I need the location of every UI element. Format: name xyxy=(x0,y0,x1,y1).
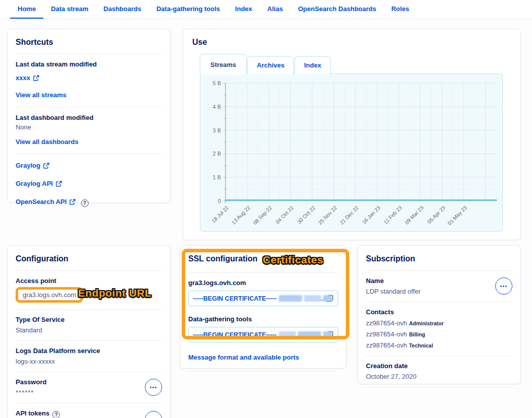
nav-tab-data-gathering-tools[interactable]: Data-gathering tools xyxy=(149,0,227,19)
view-all-streams-label: View all streams xyxy=(16,91,66,99)
use-title: Use xyxy=(192,38,511,47)
message-format-ports-link[interactable]: Message format and available ports xyxy=(188,354,299,361)
svg-text:2 B: 2 B xyxy=(212,151,221,157)
opensearch-api-link[interactable]: OpenSearch API xyxy=(16,198,75,205)
nav-tab-alias[interactable]: Alias xyxy=(260,0,290,19)
redacted-certificate-data xyxy=(279,331,316,338)
svg-text:21 Dec 22: 21 Dec 22 xyxy=(338,204,359,226)
password-actions-button[interactable] xyxy=(145,379,162,396)
contact-role: Billing xyxy=(409,331,425,337)
annotation-box-endpoint: gra3.logs.ovh.com xyxy=(16,287,83,303)
last-stream-section: Last data stream modified xxxx View all … xyxy=(8,54,170,107)
shortcuts-title: Shortcuts xyxy=(16,38,162,47)
svg-text:08 Sep 22: 08 Sep 22 xyxy=(252,204,273,226)
password-label: Password xyxy=(16,378,46,386)
external-link-icon xyxy=(69,199,75,205)
certificate-endpoint-label: gra3.logs.ovh.com xyxy=(188,279,338,287)
access-point-value: gra3.logs.ovh.com xyxy=(23,291,76,299)
tab-archives[interactable]: Archives xyxy=(247,56,294,74)
password-row: Password ****** xyxy=(8,372,170,403)
last-dashboard-label: Last dashboard modified xyxy=(16,114,162,121)
certificate-section-tools: Data-gathering tools -----BEGIN CERTIFIC… xyxy=(180,309,346,345)
last-stream-link-label: xxxx xyxy=(16,74,30,82)
subscription-name-value: LDP standard offer xyxy=(366,288,421,295)
usage-chart-container: 01 B2 B3 B4 B5 B18 Jul 2213 Aug 2208 Sep… xyxy=(200,74,503,232)
nav-tab-home[interactable]: Home xyxy=(10,0,43,19)
view-all-streams-link[interactable]: View all streams xyxy=(16,91,66,99)
creation-date-row: Creation date October 27, 2020 xyxy=(358,356,520,387)
contact-id: zz987654-ovh xyxy=(366,319,407,327)
svg-text:30 Oct 22: 30 Oct 22 xyxy=(296,204,317,225)
external-link-icon xyxy=(33,75,39,81)
help-circle-icon[interactable] xyxy=(81,199,89,207)
svg-text:0: 0 xyxy=(218,198,221,204)
api-tokens-row: API tokens 0 xyxy=(8,403,170,418)
configuration-panel: Configuration Access point gra3.logs.ovh… xyxy=(7,245,171,418)
access-point-row: Access point gra3.logs.ovh.com Endpoint … xyxy=(8,271,170,309)
svg-text:09 Mar 23: 09 Mar 23 xyxy=(404,204,425,226)
svg-text:1 B: 1 B xyxy=(212,174,221,180)
service-label: Logs Data Platform service xyxy=(16,347,162,355)
svg-text:11 Feb 23: 11 Feb 23 xyxy=(382,204,403,225)
contacts-label: Contacts xyxy=(366,308,512,316)
svg-text:05 Apr 23: 05 Apr 23 xyxy=(426,204,446,225)
svg-text:5 B: 5 B xyxy=(212,80,221,86)
tab-index[interactable]: Index xyxy=(294,56,331,74)
annotation-certificates: Certificates xyxy=(263,254,323,266)
svg-text:25 Nov 22: 25 Nov 22 xyxy=(317,204,338,226)
subscription-name-row: Name LDP standard offer xyxy=(358,271,520,302)
api-tokens-label-text: API tokens xyxy=(16,409,49,417)
message-format-ports-label: Message format and available ports xyxy=(188,354,299,361)
type-of-service-row: Type Of Service Standard xyxy=(8,310,170,340)
certificate-tools-label: Data-gathering tools xyxy=(188,315,338,323)
svg-text:16 Jan 23: 16 Jan 23 xyxy=(361,204,382,225)
graylog-link-label: Graylog xyxy=(16,162,40,169)
help-circle-icon[interactable] xyxy=(52,411,60,418)
last-stream-link[interactable]: xxxx xyxy=(16,74,39,82)
external-link-icon xyxy=(43,163,49,169)
external-link-icon xyxy=(56,181,62,187)
contact-item: zz987654-ovhTechnical xyxy=(366,341,512,349)
external-tools-section: Graylog Graylog API OpenSearch API xyxy=(8,154,170,215)
certificate-prefix: -----BEGIN CERTIFICATE----- xyxy=(193,331,276,338)
subscription-actions-button[interactable] xyxy=(495,277,512,295)
graylog-link[interactable]: Graylog xyxy=(16,162,49,169)
graylog-api-link[interactable]: Graylog API xyxy=(16,180,62,187)
tab-streams[interactable]: Streams xyxy=(200,54,247,75)
certificate-value: -----BEGIN CERTIFICATE----- ... xyxy=(188,327,338,342)
configuration-title: Configuration xyxy=(16,254,162,263)
contact-item: zz987654-ovhAdministrator xyxy=(366,319,512,327)
view-all-dashboards-link[interactable]: View all dashboards xyxy=(16,138,79,146)
use-tabs: Streams Archives Index xyxy=(200,53,520,74)
type-of-service-label: Type Of Service xyxy=(16,316,162,323)
svg-text:18 Jul 22: 18 Jul 22 xyxy=(210,204,230,224)
certificate-value: -----BEGIN CERTIFICATE----- ... xyxy=(188,291,338,306)
type-of-service-value: Standard xyxy=(16,326,162,334)
contact-role: Technical xyxy=(409,342,433,349)
creation-date-value: October 27, 2020 xyxy=(366,373,512,380)
nav-tab-roles[interactable]: Roles xyxy=(384,0,416,19)
contact-item: zz987654-ovhBilling xyxy=(366,330,512,338)
nav-tab-opensearch-dashboards[interactable]: OpenSearch Dashboards xyxy=(290,0,384,19)
subscription-name-label: Name xyxy=(366,277,421,285)
divider xyxy=(366,387,512,387)
divider xyxy=(188,371,338,371)
svg-text:04 Oct 22: 04 Oct 22 xyxy=(274,204,295,225)
nav-tab-index[interactable]: Index xyxy=(227,0,260,19)
nav-tab-data-stream[interactable]: Data stream xyxy=(43,0,96,19)
last-dashboard-section: Last dashboard modified None View all da… xyxy=(8,107,170,154)
use-panel: Use Streams Archives Index 01 B2 B3 B4 B… xyxy=(183,29,521,240)
last-dashboard-value: None xyxy=(16,123,162,131)
contact-id: zz987654-ovh xyxy=(366,330,407,338)
access-point-label: Access point xyxy=(16,277,162,285)
contacts-row: Contacts zz987654-ovhAdministrator zz987… xyxy=(358,302,520,356)
graylog-api-link-label: Graylog API xyxy=(16,180,53,187)
creation-date-label: Creation date xyxy=(366,362,512,370)
svg-text:01 May 23: 01 May 23 xyxy=(446,204,468,226)
nav-tab-dashboards[interactable]: Dashboards xyxy=(96,0,149,19)
certificate-section-endpoint: gra3.logs.ovh.com -----BEGIN CERTIFICATE… xyxy=(180,273,346,309)
subscription-panel: Subscription Name LDP standard offer Con… xyxy=(357,245,521,384)
svg-text:4 B: 4 B xyxy=(212,104,221,110)
api-tokens-label: API tokens xyxy=(16,409,60,418)
api-tokens-actions-button[interactable] xyxy=(145,411,162,418)
